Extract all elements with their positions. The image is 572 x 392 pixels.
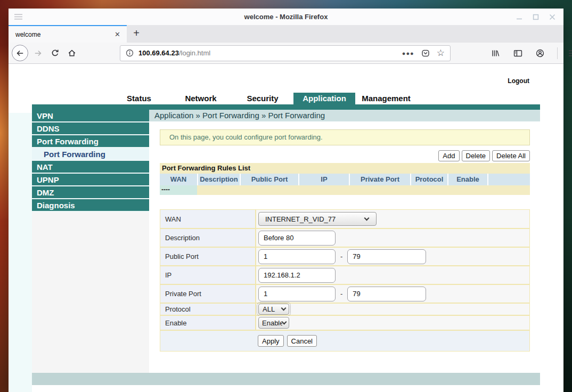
private-port-to-field[interactable]	[347, 287, 426, 301]
titlebar-menu-icon[interactable]	[14, 14, 22, 20]
col-wan: WAN	[160, 174, 197, 185]
form-row-wan: WAN INTERNET_R_VID_77	[160, 210, 529, 228]
page-footer-bar	[32, 373, 540, 385]
tab-status[interactable]: Status	[108, 93, 170, 104]
delete-button[interactable]: Delete	[462, 150, 491, 161]
private-port-from-field[interactable]	[258, 287, 336, 301]
new-tab-button[interactable]: +	[127, 25, 146, 43]
rule-actions: Add Delete Delete All	[160, 150, 530, 161]
teal-divider-bar	[32, 104, 540, 110]
library-icon[interactable]	[488, 46, 503, 61]
tab-security[interactable]: Security	[232, 93, 293, 104]
tab-title: welcome	[15, 31, 113, 38]
rules-table-header: WAN Description Public Port IP Private P…	[160, 174, 530, 185]
col-empty	[487, 174, 530, 185]
firefox-window: welcome - Mozilla Firefox welcome ✕ +	[9, 9, 563, 392]
tab-management[interactable]: Management	[355, 93, 417, 104]
row-empty-cells	[197, 185, 530, 195]
description-field[interactable]	[258, 231, 336, 246]
wan-select-value: INTERNET_R_VID_77	[265, 215, 336, 223]
menu-icon[interactable]	[565, 46, 572, 61]
wan-select[interactable]: INTERNET_R_VID_77	[258, 212, 377, 226]
col-protocol: Protocol	[410, 174, 447, 185]
tab-close-icon[interactable]: ✕	[113, 30, 121, 38]
page-actions-icon[interactable]: ●●●	[402, 50, 414, 56]
sidebar-item-nat[interactable]: NAT	[32, 161, 149, 174]
sidebar-item-upnp[interactable]: UPNP	[32, 174, 149, 186]
wan-label: WAN	[160, 210, 256, 228]
protocol-select-value: ALL	[263, 305, 275, 313]
router-admin-page: Logout Status Network Security Applicati…	[32, 64, 540, 385]
page-left-margin	[9, 113, 32, 392]
top-nav-tabs: Status Network Security Application Mana…	[108, 93, 540, 104]
cancel-button[interactable]: Cancel	[287, 335, 317, 347]
forward-button[interactable]	[30, 46, 45, 61]
url-host: 100.69.64.23	[138, 49, 179, 57]
bookmark-star-icon[interactable]: ☆	[437, 48, 445, 58]
range-separator: -	[340, 290, 342, 298]
site-info-icon[interactable]	[126, 49, 134, 57]
sidebar-item-ddns[interactable]: DDNS	[32, 123, 149, 135]
sidebar-item-diagnosis[interactable]: Diagnosis	[32, 199, 149, 212]
chevron-down-icon	[281, 306, 287, 311]
main-content: Application » Port Forwarding » Port For…	[149, 110, 540, 373]
enable-label: Enable	[160, 316, 256, 330]
sidebar-menu: VPN DDNS Port Forwarding Port Forwarding…	[32, 110, 149, 373]
protocol-select[interactable]: ALL	[258, 304, 289, 315]
pocket-icon[interactable]	[421, 49, 430, 58]
form-row-enable: Enable Enable	[160, 315, 529, 330]
public-port-label: Public Port	[160, 248, 256, 265]
apply-button[interactable]: Apply	[258, 335, 284, 347]
rules-table-title: Port Forwarding Rules List	[160, 163, 530, 174]
window-title: welcome - Mozilla Firefox	[9, 13, 563, 21]
form-row-protocol: Protocol ALL	[160, 303, 529, 315]
delete-all-button[interactable]: Delete All	[492, 150, 530, 161]
tab-application[interactable]: Application	[293, 93, 355, 104]
maximize-icon[interactable]	[533, 14, 539, 20]
tab-welcome[interactable]: welcome ✕	[9, 25, 127, 43]
range-separator: -	[340, 252, 342, 260]
col-ip: IP	[298, 174, 349, 185]
url-bar[interactable]: 100.69.64.23/login.html ●●● ☆	[120, 45, 451, 61]
breadcrumb: Application » Port Forwarding » Port For…	[149, 110, 540, 121]
window-titlebar: welcome - Mozilla Firefox	[9, 9, 563, 25]
form-footer: Apply Cancel	[160, 330, 529, 351]
sidebar-item-port-forwarding[interactable]: Port Forwarding	[32, 135, 149, 148]
enable-select[interactable]: Enable	[258, 317, 289, 329]
form-row-ip: IP	[160, 265, 529, 284]
port-forwarding-form: WAN INTERNET_R_VID_77 Description	[160, 209, 530, 352]
public-port-from-field[interactable]	[258, 249, 336, 264]
add-button[interactable]: Add	[438, 150, 459, 161]
url-path: /login.html	[179, 49, 210, 57]
chevron-down-icon	[364, 215, 370, 220]
description-label: Description	[160, 229, 256, 247]
sidebar-subitem-port-forwarding[interactable]: Port Forwarding	[32, 148, 149, 161]
page-viewport: Logout Status Network Security Applicati…	[9, 64, 563, 392]
sidebar-item-dmz[interactable]: DMZ	[32, 186, 149, 199]
home-icon[interactable]	[64, 46, 79, 61]
url-text: 100.69.64.23/login.html	[138, 49, 210, 57]
back-button[interactable]	[12, 45, 28, 61]
chevron-down-icon	[282, 319, 287, 324]
tab-network[interactable]: Network	[170, 93, 232, 104]
table-row[interactable]: ----	[160, 185, 530, 195]
reload-icon[interactable]	[47, 46, 62, 61]
col-description: Description	[197, 174, 240, 185]
minimize-icon[interactable]	[516, 14, 522, 20]
account-icon[interactable]	[533, 46, 548, 61]
sidebar-item-vpn[interactable]: VPN	[32, 110, 149, 123]
toolbar-separator	[557, 47, 558, 59]
form-row-public-port: Public Port -	[160, 247, 529, 265]
col-public-port: Public Port	[240, 174, 298, 185]
enable-select-value: Enable	[262, 319, 282, 327]
info-message: On this page, you could configure port f…	[160, 129, 530, 145]
public-port-to-field[interactable]	[347, 249, 426, 264]
sidebars-icon[interactable]	[510, 46, 525, 61]
close-icon[interactable]	[549, 14, 555, 20]
tab-bar: welcome ✕ +	[9, 25, 563, 43]
ip-field[interactable]	[258, 268, 336, 283]
logout-link[interactable]: Logout	[508, 77, 529, 85]
col-enable: Enable	[447, 174, 487, 185]
form-row-private-port: Private Port -	[160, 284, 529, 303]
protocol-label: Protocol	[160, 304, 256, 315]
